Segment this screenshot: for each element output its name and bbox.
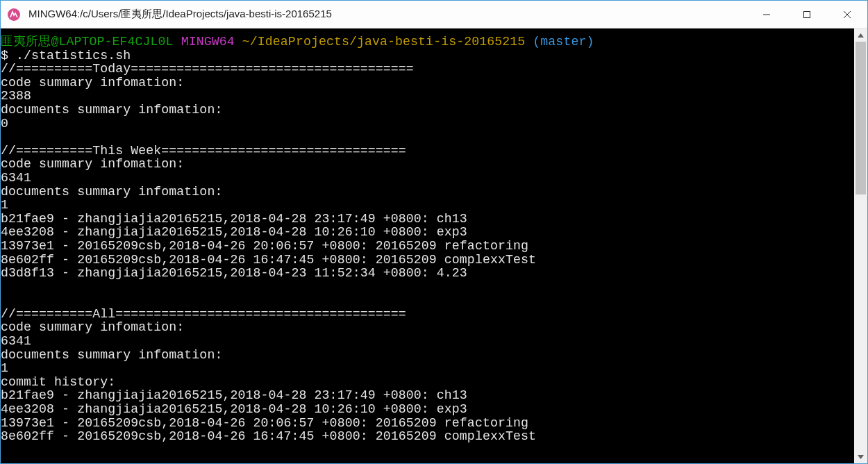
out-line: //==========This Week===================… xyxy=(1,144,406,158)
prompt-user-host: 匪夷所思@LAPTOP-EF4CJL0L xyxy=(1,35,174,49)
out-line: 1 xyxy=(1,361,8,375)
out-line: 0 xyxy=(1,117,8,131)
out-line: documents summary infomation: xyxy=(1,185,222,199)
out-line: b21fae9 - zhangjiajia20165215,2018-04-28… xyxy=(1,212,467,226)
out-line: 8e602ff - 20165209csb,2018-04-26 16:47:4… xyxy=(1,429,536,443)
out-line: code summary infomation: xyxy=(1,320,184,334)
out-line: code summary infomation: xyxy=(1,157,184,171)
out-line: b21fae9 - zhangjiajia20165215,2018-04-28… xyxy=(1,388,467,402)
out-line: //==========Today=======================… xyxy=(1,62,414,76)
scroll-down-arrow-icon[interactable] xyxy=(854,450,867,463)
out-line: commit history: xyxy=(1,375,115,389)
out-line: 13973e1 - 20165209csb,2018-04-26 20:06:5… xyxy=(1,416,528,430)
prompt-shell: MINGW64 xyxy=(181,35,235,49)
close-button[interactable] xyxy=(827,1,867,28)
out-line: code summary infomation: xyxy=(1,76,184,90)
window-title: MINGW64:/c/Users/匪夷所思/IdeaProjects/java-… xyxy=(28,8,746,21)
out-line: d3d8f13 - zhangjiajia20165215,2018-04-23… xyxy=(1,266,467,280)
titlebar[interactable]: MINGW64:/c/Users/匪夷所思/IdeaProjects/java-… xyxy=(1,1,867,28)
prompt-symbol: $ xyxy=(1,49,16,63)
out-line: 6341 xyxy=(1,334,31,348)
out-line: documents summary infomation: xyxy=(1,348,222,362)
out-line: 1 xyxy=(1,198,8,212)
maximize-button[interactable] xyxy=(787,1,827,28)
command-text: ./statistics.sh xyxy=(16,49,131,63)
out-line: 4ee3208 - zhangjiajia20165215,2018-04-28… xyxy=(1,225,467,239)
minimize-button[interactable] xyxy=(746,1,787,28)
out-line: 6341 xyxy=(1,171,31,185)
scroll-up-arrow-icon[interactable] xyxy=(854,28,867,42)
window-frame: MINGW64:/c/Users/匪夷所思/IdeaProjects/java-… xyxy=(0,0,868,464)
svg-rect-2 xyxy=(804,11,810,17)
prompt-path: ~/IdeaProjects/java-besti-is-20165215 xyxy=(242,35,526,49)
terminal-area: 匪夷所思@LAPTOP-EF4CJL0L MINGW64 ~/IdeaProje… xyxy=(1,28,867,463)
app-icon xyxy=(6,7,22,22)
out-line: 8e602ff - 20165209csb,2018-04-26 16:47:4… xyxy=(1,253,536,267)
out-line: //==========All=========================… xyxy=(1,307,406,321)
scroll-thumb[interactable] xyxy=(856,42,866,194)
svg-marker-5 xyxy=(858,33,864,38)
out-line: 13973e1 - 20165209csb,2018-04-26 20:06:5… xyxy=(1,239,528,253)
window-controls xyxy=(746,1,867,28)
scrollbar-vertical[interactable] xyxy=(854,28,867,463)
prompt-branch: (master) xyxy=(533,35,594,49)
terminal-output[interactable]: 匪夷所思@LAPTOP-EF4CJL0L MINGW64 ~/IdeaProje… xyxy=(1,28,854,463)
svg-marker-6 xyxy=(858,455,864,459)
out-line: 4ee3208 - zhangjiajia20165215,2018-04-28… xyxy=(1,402,467,416)
out-line: documents summary infomation: xyxy=(1,103,222,117)
out-line: 2388 xyxy=(1,89,31,103)
